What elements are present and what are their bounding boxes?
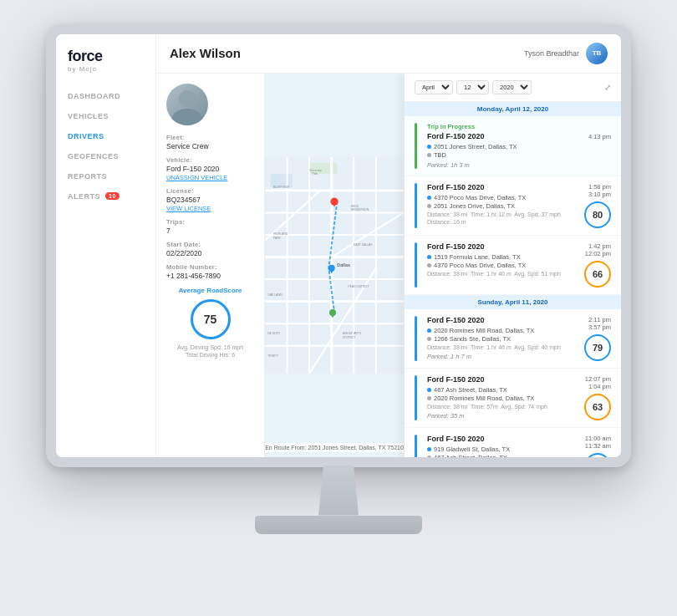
driver-name: Alex Wilson	[170, 46, 241, 60]
trip-status-bar	[415, 123, 417, 169]
trip-content: Ford F-150 2020 1519 Formula Lane, Dalla…	[427, 242, 578, 277]
app-header: Alex Wilson Tyson Breadthar TB	[156, 34, 621, 74]
svg-text:BISHOP ARTS: BISHOP ARTS	[343, 332, 362, 335]
year-select[interactable]: 2020	[492, 80, 532, 94]
trip-item[interactable]: Ford F-150 2020 1519 Formula Lane, Dalla…	[405, 236, 621, 295]
trip-score: 80	[584, 201, 611, 228]
addr-dot	[427, 145, 431, 149]
sidebar-item-alerts[interactable]: ALERTS 10	[56, 186, 155, 206]
trip-right: 1:42 pm12:02 pm 66	[584, 242, 611, 288]
driver-photo	[166, 84, 208, 125]
trip-content: Ford F-150 2020 919 Gladwell St, Dallas,…	[427, 435, 578, 457]
trip-time: 4:13 pm	[588, 123, 611, 140]
sidebar-item-vehicles[interactable]: VEHICLES	[56, 106, 155, 126]
start-date-value: 02/22/2020	[166, 249, 254, 257]
day-select[interactable]: 12	[456, 80, 489, 94]
date-divider-apr11: Sunday, April 11, 2020	[405, 295, 621, 309]
trip-item[interactable]: Ford F-150 2020 919 Gladwell St, Dallas,…	[405, 428, 621, 457]
trip-score: 79	[584, 334, 611, 361]
trip-score: 63	[584, 394, 611, 420]
svg-text:Park: Park	[312, 172, 318, 176]
score-value: 75	[204, 313, 217, 326]
header-right: Tyson Breadthar TB	[524, 43, 608, 64]
trip-content: Ford F-150 2020 2020 Romines Mill Road, …	[427, 316, 578, 360]
trip-status-bar	[415, 242, 417, 288]
license-label: License:	[166, 187, 254, 195]
trip-time-range: 2:11 pm3:57 pm	[588, 316, 611, 331]
app-window: force by Mojo DASHBOARD VEHICLES DRIVERS…	[56, 34, 621, 457]
sidebar-item-reports[interactable]: REPORTS	[56, 166, 155, 186]
driver-info-panel: Fleet: Service Crew Vehicle: Ford F-150 …	[156, 74, 265, 457]
driver-score-circle: 75	[191, 299, 231, 339]
vehicle-value: Ford F-150 2020	[166, 165, 254, 173]
fleet-value: Service Crew	[166, 142, 254, 150]
trip-right: 2:11 pm3:57 pm 79	[584, 316, 611, 361]
license-link[interactable]: VIEW LICENSE	[166, 205, 254, 212]
trip-vehicle: Ford F-150 2020	[427, 435, 578, 443]
svg-text:Dallas: Dallas	[337, 262, 350, 267]
trip-stats: Distance: 38 mi Time: 57m Avg. Spd: 74 m…	[427, 404, 578, 410]
trip-parked: Parked: 1 h 7 m	[427, 353, 578, 360]
expand-icon[interactable]: ⤢	[604, 83, 611, 92]
main-content: Alex Wilson Tyson Breadthar TB	[156, 34, 621, 457]
date-selector: April 12 2020	[415, 80, 532, 94]
trip-from-addr: 467 Ash Street, Dallas, TX	[427, 386, 578, 394]
vehicle-label: Vehicle:	[166, 156, 254, 164]
date-divider-apr12: Monday, April 12, 2020	[405, 102, 621, 116]
trip-parked: Parked: 1h 3 m	[427, 161, 582, 169]
svg-text:HENDERSON: HENDERSON	[351, 208, 369, 211]
trip-right: 11:00 am11:32 am 73	[584, 435, 611, 457]
trip-item[interactable]: Trip In Progress Ford F-150 2020 2051 Jo…	[405, 116, 621, 176]
trip-from-addr: 919 Gladwell St, Dallas, TX	[427, 445, 578, 453]
addr-dot-dest	[427, 153, 431, 157]
trip-vehicle: Ford F-150 2020	[427, 183, 578, 191]
trip-to-addr: 1266 Sands Ste, Dallas, TX	[427, 335, 578, 343]
trip-item[interactable]: Ford F-150 2020 4370 Poco Mas Drive, Dal…	[405, 176, 621, 236]
addr-dot-dest	[427, 456, 431, 457]
sidebar-item-dashboard[interactable]: DASHBOARD	[56, 86, 155, 106]
mobile-value: +1 281-456-7890	[166, 272, 254, 280]
addr-dot-dest	[427, 263, 431, 267]
addr-dot	[427, 447, 431, 451]
trip-time-range: 1:42 pm12:02 pm	[585, 242, 611, 257]
svg-text:EAST DALLAS: EAST DALLAS	[354, 243, 373, 247]
trip-from-addr: 1519 Formula Lane, Dallas, TX	[427, 253, 578, 261]
trips-value: 7	[166, 227, 254, 235]
trip-from-addr: 2051 Jones Street, Dallas, TX	[427, 143, 582, 150]
trip-from-addr: 4370 Poco Mas Drive, Dallas, TX	[427, 194, 578, 201]
vehicle-link[interactable]: UNASSIGN VEHICLE	[166, 174, 254, 181]
trip-status-bar	[415, 316, 417, 361]
sidebar-item-geofences[interactable]: GEOFENCES	[56, 146, 155, 166]
logo-force: force	[68, 48, 144, 65]
monitor-bezel: force by Mojo DASHBOARD VEHICLES DRIVERS…	[46, 24, 631, 467]
trip-status-bar	[415, 375, 417, 420]
trip-item[interactable]: Ford F-150 2020 467 Ash Street, Dallas, …	[405, 369, 621, 428]
svg-text:University: University	[309, 168, 322, 171]
map-route-label: En Route From: 2051 Jones Street, Dallas…	[265, 443, 404, 452]
sidebar-item-drivers[interactable]: DRIVERS	[56, 126, 155, 146]
addr-dot-dest	[427, 396, 431, 400]
svg-point-1	[172, 109, 202, 125]
trip-to-addr: TBD	[427, 151, 582, 159]
monitor-base	[255, 516, 422, 534]
trip-content: Ford F-150 2020 4370 Poco Mas Drive, Dal…	[427, 183, 578, 225]
svg-text:DE SOTO: DE SOTO	[267, 332, 280, 335]
addr-dot	[427, 255, 431, 259]
addr-dot-dest	[427, 337, 431, 341]
trip-status-bar	[415, 183, 417, 228]
svg-text:HIGHLAND: HIGHLAND	[273, 232, 288, 235]
trip-to-addr: 4370 Poco Mas Drive, Dallas, TX	[427, 262, 578, 269]
trip-stats: Distance: 38 mi Time: 1 hr 12 m Avg. Spd…	[427, 211, 578, 217]
driving-speed: Avg. Driving Spd: 16 mph	[166, 344, 254, 350]
mobile-label: Mobile Number:	[166, 263, 254, 271]
logo-area: force by Mojo	[56, 48, 155, 86]
logo-mojo: by Mojo	[68, 65, 144, 73]
fleet-label: Fleet:	[166, 134, 254, 141]
trips-label: Trips:	[166, 218, 254, 226]
svg-text:OAK LAWN: OAK LAWN	[267, 293, 283, 297]
trip-item[interactable]: Ford F-150 2020 2020 Romines Mill Road, …	[405, 309, 621, 369]
trip-time-range: 12:07 pm1:04 pm	[585, 375, 611, 390]
svg-text:BLUFFVIEW: BLUFFVIEW	[273, 185, 290, 188]
trip-right: 1:58 pm3:10 pm 80	[584, 183, 611, 228]
month-select[interactable]: April	[415, 80, 453, 94]
